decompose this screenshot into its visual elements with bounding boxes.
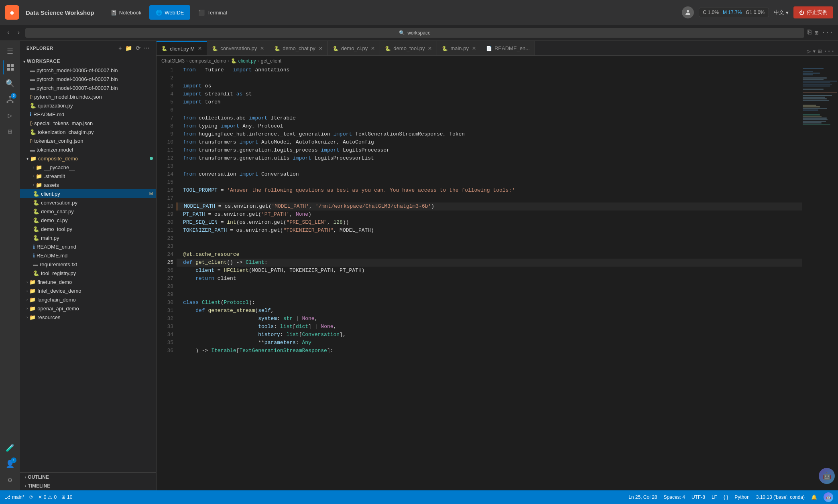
tab-demo-tool-py[interactable]: 🐍 demo_tool.py ✕	[380, 41, 437, 55]
split-editor-icon[interactable]: ⎘	[807, 29, 812, 37]
folder-assets[interactable]: › 📁 assets	[20, 180, 156, 189]
tab-demo-ci-py[interactable]: 🐍 demo_ci.py ✕	[328, 41, 380, 55]
language-mode[interactable]: Python	[734, 494, 749, 500]
folder-openai[interactable]: › 📁 openai_api_demo	[20, 304, 156, 313]
close-tab-icon[interactable]: ✕	[198, 46, 202, 51]
python-version[interactable]: 3.10.13 ('base': conda)	[756, 494, 805, 500]
file-tool-registry[interactable]: 🐍 tool_registry.py	[20, 269, 156, 277]
file-pytorch-00006[interactable]: ▬ pytorch_model-00006-of-00007.bin	[20, 75, 156, 83]
cursor-position[interactable]: Ln 25, Col 28	[628, 494, 657, 500]
file-tokenizer-config[interactable]: {} tokenizer_config.json	[20, 136, 156, 145]
forward-button[interactable]: ›	[15, 28, 22, 37]
tab-notebook[interactable]: 📓 Notebook	[104, 5, 148, 20]
folder-streamlit[interactable]: › 📁 .streamlit	[20, 172, 156, 180]
folder-finetune[interactable]: › 📁 finetune_demo	[20, 277, 156, 286]
file-pytorch-00007[interactable]: ▬ pytorch_model-00007-of-00007.bin	[20, 83, 156, 92]
workspace-folder[interactable]: ▾ WORKSPACE	[20, 57, 156, 66]
folder-resources[interactable]: › 📁 resources	[20, 313, 156, 322]
file-tokenization[interactable]: 🐍 tokenization_chatglm.py	[20, 128, 156, 136]
activity-account[interactable]: 👤 1	[3, 457, 17, 471]
code-line: client = HFClient(MODEL_PATH, TOKENIZER_…	[177, 267, 802, 275]
tab-label: README_en...	[494, 45, 530, 51]
encoding-setting[interactable]: UTF-8	[692, 494, 705, 500]
address-bar[interactable]: 🔍 workspace	[25, 28, 804, 38]
file-readme-md[interactable]: ℹ README.md	[20, 251, 156, 260]
breadcrumb-get-client[interactable]: get_client	[261, 58, 281, 64]
port-status[interactable]: ⊞ 10	[61, 494, 72, 500]
stop-instance-button[interactable]: ⏻ 停止实例	[793, 6, 833, 18]
git-branch-status[interactable]: ⎇ main*	[5, 494, 24, 500]
close-tab-icon[interactable]: ✕	[260, 46, 264, 51]
tab-main-py[interactable]: 🐍 main.py ✕	[437, 41, 481, 55]
more-icon[interactable]: ···	[822, 29, 833, 37]
close-tab-icon[interactable]: ✕	[472, 46, 476, 51]
refresh-icon[interactable]: ⟳	[136, 45, 141, 51]
sidebar-header: EXPLORER + 📁 ⟳ ···	[20, 41, 156, 55]
more-actions-icon[interactable]: ···	[823, 48, 835, 55]
folder-langchain[interactable]: › 📁 langchain_demo	[20, 295, 156, 304]
file-demo-chat[interactable]: 🐍 demo_chat.py	[20, 207, 156, 216]
file-main-py[interactable]: 🐍 main.py	[20, 233, 156, 242]
file-readme[interactable]: ℹ README.md	[20, 110, 156, 119]
close-tab-icon[interactable]: ✕	[319, 46, 323, 51]
chevron-down-icon[interactable]: ▾	[812, 47, 816, 55]
folder-composite-demo[interactable]: ▾ 📁 composite_demo	[20, 154, 156, 163]
code-content[interactable]: from __future__ import annotations impor…	[177, 66, 802, 490]
ai-assistant-status[interactable]: 🤖	[824, 492, 833, 502]
user-avatar[interactable]	[682, 6, 694, 18]
file-quantization[interactable]: 🐍 quantization.py	[20, 101, 156, 110]
timeline-section[interactable]: › TIMELINE	[20, 482, 156, 490]
activity-settings[interactable]: ⚙	[3, 473, 17, 487]
code-line: def generate_stream(self,	[177, 307, 802, 315]
tab-webide[interactable]: 🌐 WebIDE	[149, 5, 190, 20]
folder-intel[interactable]: › 📁 Intel_device_demo	[20, 286, 156, 295]
new-folder-icon[interactable]: 📁	[125, 45, 132, 51]
tab-demo-chat-py[interactable]: 🐍 demo_chat.py ✕	[269, 41, 328, 55]
spaces-setting[interactable]: Spaces: 4	[664, 494, 685, 500]
layout-split-icon[interactable]: ⊞	[818, 47, 822, 55]
close-tab-icon[interactable]: ✕	[371, 46, 375, 51]
notification-icon[interactable]: 🔔	[811, 494, 817, 500]
file-pytorch-00005[interactable]: ▬ pytorch_model-00005-of-00007.bin	[20, 66, 156, 75]
ai-assistant-icon[interactable]: 🤖	[819, 468, 835, 484]
new-file-icon[interactable]: +	[118, 45, 122, 51]
language-selector[interactable]: 中文 ▾	[774, 9, 789, 16]
file-demo-ci[interactable]: 🐍 demo_ci.py	[20, 216, 156, 225]
file-demo-tool[interactable]: 🐍 demo_tool.py	[20, 225, 156, 233]
file-tokenizer-model[interactable]: ▬ tokenizer.model	[20, 145, 156, 154]
tab-terminal[interactable]: ⬛ Terminal	[192, 5, 233, 20]
filename: demo_tool.py	[41, 226, 72, 232]
breadcrumb-composite-demo[interactable]: composite_demo	[189, 58, 226, 64]
split-right-icon[interactable]: ▷	[807, 47, 811, 55]
activity-search[interactable]: 🔍	[3, 76, 17, 91]
file-conversation-py[interactable]: 🐍 conversation.py	[20, 198, 156, 207]
folder-pycache[interactable]: › 📁 __pycache__	[20, 163, 156, 172]
layout-icon[interactable]: ⊞	[815, 29, 819, 37]
tab-client-py[interactable]: 🐍 client.py M ✕	[157, 41, 207, 55]
outline-section[interactable]: › OUTLINE	[20, 473, 156, 482]
activity-extensions[interactable]: ⊞	[3, 124, 17, 139]
filename: tokenizer_config.json	[34, 138, 83, 144]
json-icon: {}	[30, 94, 33, 99]
activity-menu[interactable]: ☰	[3, 44, 17, 59]
activity-explorer[interactable]	[3, 60, 17, 75]
activity-git[interactable]: 8	[3, 92, 17, 107]
file-pytorch-index[interactable]: {} pytorch_model.bin.index.json	[20, 92, 156, 101]
breadcrumb-client-py[interactable]: 🐍 client.py	[231, 58, 256, 64]
tab-conversation-py[interactable]: 🐍 conversation.py ✕	[207, 41, 269, 55]
more-icon[interactable]: ···	[144, 45, 150, 51]
breadcrumb-chatglm3[interactable]: ChatGLM3	[161, 58, 185, 64]
activity-run[interactable]: ▷	[3, 108, 17, 123]
file-special-tokens[interactable]: {} special_tokens_map.json	[20, 119, 156, 128]
code-line: ) -> Iterable[TextGenerationStreamRespon…	[177, 347, 802, 355]
file-readme-en[interactable]: ℹ README_en.md	[20, 242, 156, 251]
sync-status[interactable]: ⟳	[29, 494, 33, 500]
file-requirements[interactable]: ▬ requirements.txt	[20, 260, 156, 269]
back-button[interactable]: ‹	[5, 28, 12, 37]
activity-lab[interactable]: 🧪	[3, 441, 17, 455]
eol-setting[interactable]: LF	[712, 494, 717, 500]
tab-readme-en[interactable]: 📄 README_en...	[481, 41, 535, 55]
error-status[interactable]: ✕ 0 ⚠ 0	[38, 494, 57, 500]
close-tab-icon[interactable]: ✕	[428, 46, 432, 51]
file-client-py[interactable]: 🐍 client.py M	[20, 189, 156, 198]
